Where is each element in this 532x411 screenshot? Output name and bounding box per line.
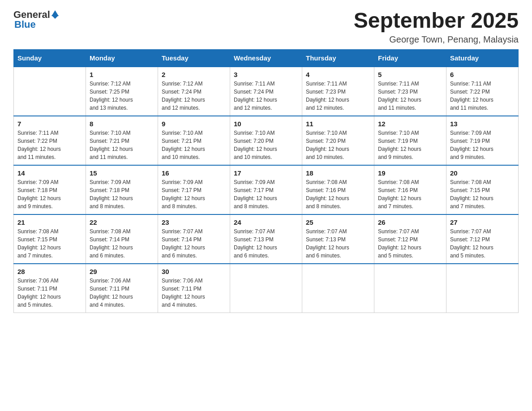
day-number: 20 <box>450 169 515 177</box>
day-number: 13 <box>450 120 515 128</box>
calendar-header-row: SundayMondayTuesdayWednesdayThursdayFrid… <box>14 49 519 67</box>
day-info: Sunrise: 7:08 AM Sunset: 7:15 PM Dayligh… <box>450 178 515 210</box>
calendar-cell: 16Sunrise: 7:09 AM Sunset: 7:17 PM Dayli… <box>158 165 230 214</box>
calendar-cell: 20Sunrise: 7:08 AM Sunset: 7:15 PM Dayli… <box>446 165 519 214</box>
day-number: 9 <box>162 120 226 128</box>
calendar-cell: 11Sunrise: 7:10 AM Sunset: 7:20 PM Dayli… <box>302 116 374 165</box>
day-info: Sunrise: 7:10 AM Sunset: 7:21 PM Dayligh… <box>90 129 154 161</box>
day-of-week-header: Sunday <box>14 49 86 67</box>
day-number: 18 <box>306 169 370 177</box>
day-info: Sunrise: 7:07 AM Sunset: 7:12 PM Dayligh… <box>378 227 442 260</box>
day-info: Sunrise: 7:09 AM Sunset: 7:18 PM Dayligh… <box>90 178 154 210</box>
calendar-cell: 7Sunrise: 7:11 AM Sunset: 7:22 PM Daylig… <box>14 116 86 165</box>
calendar-cell: 15Sunrise: 7:09 AM Sunset: 7:18 PM Dayli… <box>86 165 158 214</box>
calendar-cell: 21Sunrise: 7:08 AM Sunset: 7:15 PM Dayli… <box>14 214 86 264</box>
day-number: 7 <box>17 120 82 128</box>
calendar-cell: 13Sunrise: 7:09 AM Sunset: 7:19 PM Dayli… <box>446 116 519 165</box>
day-of-week-header: Wednesday <box>230 49 302 67</box>
calendar-cell: 22Sunrise: 7:08 AM Sunset: 7:14 PM Dayli… <box>86 214 158 264</box>
calendar-cell: 29Sunrise: 7:06 AM Sunset: 7:11 PM Dayli… <box>86 264 158 313</box>
day-number: 16 <box>162 169 226 177</box>
day-info: Sunrise: 7:11 AM Sunset: 7:23 PM Dayligh… <box>306 80 370 112</box>
calendar-cell: 12Sunrise: 7:10 AM Sunset: 7:19 PM Dayli… <box>374 116 446 165</box>
day-number: 23 <box>162 218 226 226</box>
day-number: 21 <box>17 218 82 226</box>
day-info: Sunrise: 7:09 AM Sunset: 7:19 PM Dayligh… <box>450 129 515 161</box>
title-block: September 2025 George Town, Penang, Mala… <box>354 9 519 45</box>
day-info: Sunrise: 7:09 AM Sunset: 7:17 PM Dayligh… <box>234 178 298 210</box>
calendar-cell <box>302 264 374 313</box>
day-info: Sunrise: 7:06 AM Sunset: 7:11 PM Dayligh… <box>17 277 82 309</box>
calendar-cell: 4Sunrise: 7:11 AM Sunset: 7:23 PM Daylig… <box>302 67 374 116</box>
calendar-cell: 28Sunrise: 7:06 AM Sunset: 7:11 PM Dayli… <box>14 264 86 313</box>
calendar-cell: 9Sunrise: 7:10 AM Sunset: 7:21 PM Daylig… <box>158 116 230 165</box>
day-info: Sunrise: 7:10 AM Sunset: 7:19 PM Dayligh… <box>378 129 442 161</box>
day-number: 15 <box>90 169 154 177</box>
calendar-table: SundayMondayTuesdayWednesdayThursdayFrid… <box>13 49 519 313</box>
main-title: September 2025 <box>354 9 519 33</box>
calendar-cell: 10Sunrise: 7:10 AM Sunset: 7:20 PM Dayli… <box>230 116 302 165</box>
day-info: Sunrise: 7:10 AM Sunset: 7:20 PM Dayligh… <box>234 129 298 161</box>
day-info: Sunrise: 7:07 AM Sunset: 7:12 PM Dayligh… <box>450 227 515 260</box>
day-number: 10 <box>234 120 298 128</box>
calendar-cell <box>374 264 446 313</box>
day-number: 4 <box>306 71 370 78</box>
calendar-week-row: 14Sunrise: 7:09 AM Sunset: 7:18 PM Dayli… <box>14 165 519 214</box>
calendar-cell: 26Sunrise: 7:07 AM Sunset: 7:12 PM Dayli… <box>374 214 446 264</box>
day-number: 25 <box>306 218 370 226</box>
day-info: Sunrise: 7:08 AM Sunset: 7:14 PM Dayligh… <box>90 227 154 260</box>
day-number: 6 <box>450 71 515 78</box>
calendar-cell: 19Sunrise: 7:08 AM Sunset: 7:16 PM Dayli… <box>374 165 446 214</box>
day-number: 30 <box>162 268 226 275</box>
day-of-week-header: Tuesday <box>158 49 230 67</box>
day-info: Sunrise: 7:11 AM Sunset: 7:24 PM Dayligh… <box>234 80 298 112</box>
day-number: 19 <box>378 169 442 177</box>
day-number: 17 <box>234 169 298 177</box>
logo-blue-text: Blue <box>14 19 36 30</box>
day-number: 5 <box>378 71 442 78</box>
calendar-week-row: 7Sunrise: 7:11 AM Sunset: 7:22 PM Daylig… <box>14 116 519 165</box>
calendar-cell: 17Sunrise: 7:09 AM Sunset: 7:17 PM Dayli… <box>230 165 302 214</box>
day-of-week-header: Saturday <box>446 49 519 67</box>
calendar-week-row: 21Sunrise: 7:08 AM Sunset: 7:15 PM Dayli… <box>14 214 519 264</box>
calendar-cell <box>230 264 302 313</box>
day-number: 3 <box>234 71 298 78</box>
day-info: Sunrise: 7:09 AM Sunset: 7:18 PM Dayligh… <box>17 178 82 210</box>
calendar-cell: 27Sunrise: 7:07 AM Sunset: 7:12 PM Dayli… <box>446 214 519 264</box>
day-info: Sunrise: 7:11 AM Sunset: 7:23 PM Dayligh… <box>378 80 442 112</box>
calendar-cell: 23Sunrise: 7:07 AM Sunset: 7:14 PM Dayli… <box>158 214 230 264</box>
calendar-cell <box>14 67 86 116</box>
day-number: 12 <box>378 120 442 128</box>
day-number: 26 <box>378 218 442 226</box>
day-number: 11 <box>306 120 370 128</box>
calendar-cell: 8Sunrise: 7:10 AM Sunset: 7:21 PM Daylig… <box>86 116 158 165</box>
calendar-cell: 5Sunrise: 7:11 AM Sunset: 7:23 PM Daylig… <box>374 67 446 116</box>
day-info: Sunrise: 7:12 AM Sunset: 7:25 PM Dayligh… <box>90 80 154 112</box>
day-number: 24 <box>234 218 298 226</box>
day-number: 27 <box>450 218 515 226</box>
calendar-cell: 30Sunrise: 7:06 AM Sunset: 7:11 PM Dayli… <box>158 264 230 313</box>
day-info: Sunrise: 7:10 AM Sunset: 7:20 PM Dayligh… <box>306 129 370 161</box>
day-info: Sunrise: 7:09 AM Sunset: 7:17 PM Dayligh… <box>162 178 226 210</box>
day-info: Sunrise: 7:06 AM Sunset: 7:11 PM Dayligh… <box>90 277 154 309</box>
calendar-cell: 6Sunrise: 7:11 AM Sunset: 7:22 PM Daylig… <box>446 67 519 116</box>
day-number: 1 <box>90 71 154 78</box>
calendar-cell: 14Sunrise: 7:09 AM Sunset: 7:18 PM Dayli… <box>14 165 86 214</box>
day-info: Sunrise: 7:06 AM Sunset: 7:11 PM Dayligh… <box>162 277 226 309</box>
day-number: 28 <box>17 268 82 275</box>
day-of-week-header: Friday <box>374 49 446 67</box>
calendar-week-row: 28Sunrise: 7:06 AM Sunset: 7:11 PM Dayli… <box>14 264 519 313</box>
day-info: Sunrise: 7:11 AM Sunset: 7:22 PM Dayligh… <box>450 80 515 112</box>
subtitle: George Town, Penang, Malaysia <box>354 34 519 45</box>
day-number: 2 <box>162 71 226 78</box>
day-info: Sunrise: 7:12 AM Sunset: 7:24 PM Dayligh… <box>162 80 226 112</box>
day-number: 22 <box>90 218 154 226</box>
calendar-cell: 3Sunrise: 7:11 AM Sunset: 7:24 PM Daylig… <box>230 67 302 116</box>
day-of-week-header: Monday <box>86 49 158 67</box>
calendar-week-row: 1Sunrise: 7:12 AM Sunset: 7:25 PM Daylig… <box>14 67 519 116</box>
day-number: 14 <box>17 169 82 177</box>
page-header: General Blue September 2025 George Town,… <box>13 9 519 45</box>
calendar-cell: 18Sunrise: 7:08 AM Sunset: 7:16 PM Dayli… <box>302 165 374 214</box>
calendar-cell: 24Sunrise: 7:07 AM Sunset: 7:13 PM Dayli… <box>230 214 302 264</box>
calendar-cell: 1Sunrise: 7:12 AM Sunset: 7:25 PM Daylig… <box>86 67 158 116</box>
